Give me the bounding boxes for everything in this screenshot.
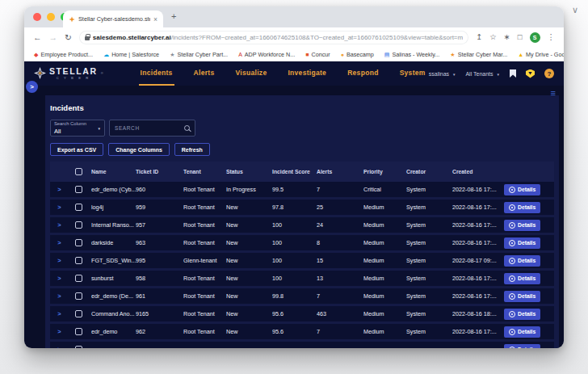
stellar-cyber-logo[interactable]: STELLAR C Y B E R ® xyxy=(34,67,103,80)
minimize-window-button[interactable] xyxy=(47,13,55,21)
row-expand-icon[interactable]: > xyxy=(57,257,61,264)
tenant-menu[interactable]: All Tenants ▼ xyxy=(465,71,500,77)
forward-button[interactable]: → xyxy=(49,33,58,42)
row-expand-icon[interactable]: > xyxy=(57,310,61,317)
row-checkbox[interactable] xyxy=(75,328,82,335)
nav-item[interactable]: Investigate xyxy=(286,61,328,86)
row-checkbox[interactable] xyxy=(75,257,82,264)
cell-priority: Medium xyxy=(363,204,406,211)
cell-creator: System xyxy=(406,239,452,246)
column-header: Creator xyxy=(406,169,452,174)
row-expand-icon[interactable]: > xyxy=(57,204,61,211)
search-field[interactable] xyxy=(109,120,195,137)
saved-views-bookmark-icon[interactable] xyxy=(510,69,516,78)
bookmark-item[interactable]: ★ Stellar Cyber Part... xyxy=(170,51,228,58)
profile-avatar[interactable]: S xyxy=(530,32,540,43)
address-bar[interactable]: salesdemo.stellarcyber.ai/incidents?FROM… xyxy=(79,31,468,44)
new-tab-button[interactable]: + xyxy=(171,12,176,21)
change-columns-button[interactable]: Change Columns xyxy=(108,143,170,156)
details-button[interactable]: Details xyxy=(504,309,540,320)
sidebar-expand-button[interactable]: > xyxy=(26,81,38,93)
row-expand-icon[interactable]: > xyxy=(57,292,61,300)
select-all-checkbox[interactable] xyxy=(75,168,82,175)
app-header: STELLAR C Y B E R ® Incidents Alerts Vis… xyxy=(24,61,564,86)
bookmark-item[interactable]: ▤ Salinas - Weekly... xyxy=(384,51,439,58)
refresh-button[interactable]: Refresh xyxy=(174,143,210,156)
row-expand-icon[interactable]: > xyxy=(57,221,61,229)
details-button[interactable]: Details xyxy=(504,326,540,338)
bookmarks-bar: ◆ Employee Product... ☁ Home | Salesforc… xyxy=(24,47,564,61)
row-expand-icon[interactable]: > xyxy=(57,239,61,246)
chevron-down-icon: ∨ xyxy=(572,5,578,15)
details-button[interactable]: Details xyxy=(504,255,540,267)
extensions-icon[interactable]: ∗ xyxy=(504,33,510,41)
export-csv-button[interactable]: Export as CSV xyxy=(50,143,103,156)
details-button[interactable]: Details xyxy=(504,291,540,302)
bookmark-item[interactable]: ☁ Home | Salesforce xyxy=(103,51,159,58)
toolbar-actions: ↥ ☆ ∗ □ S ⋮ xyxy=(476,32,555,43)
incidents-panel: Incidents Search Column All ▼ Export as … xyxy=(45,95,559,348)
tab-close-icon[interactable]: × xyxy=(153,15,158,23)
table-options-icon[interactable]: ≡ xyxy=(551,88,556,98)
cell-created: 2022-08-16 18:... xyxy=(452,310,499,317)
eye-icon xyxy=(509,347,515,349)
cell-created: 2022-08-16 17:... xyxy=(452,328,499,335)
cell-incident-score: 99.8 xyxy=(272,292,317,300)
details-button[interactable]: Details xyxy=(504,184,540,195)
details-button[interactable]: Details xyxy=(504,237,540,249)
cell-name: edr_demo xyxy=(91,328,136,335)
chevron-down-icon: ▼ xyxy=(98,127,101,131)
cell-tenant: Root Tenant xyxy=(183,292,226,300)
row-checkbox[interactable] xyxy=(75,239,82,246)
nav-item[interactable]: Visualize xyxy=(234,61,269,86)
nav-item[interactable]: Respond xyxy=(346,61,380,86)
nav-item[interactable]: Incidents xyxy=(139,61,174,86)
bookmark-item[interactable]: ▲ My Drive - Google... xyxy=(518,51,564,58)
bookmark-item[interactable]: ◆ Employee Product... xyxy=(34,51,93,58)
bookmark-favicon-icon: ▲ xyxy=(518,52,523,57)
bookmark-star-icon[interactable]: ☆ xyxy=(489,33,497,41)
row-expand-icon[interactable]: > xyxy=(57,328,61,335)
cell-ticket-id: 958 xyxy=(136,275,183,282)
close-window-button[interactable] xyxy=(33,13,41,21)
row-checkbox[interactable] xyxy=(75,310,82,317)
row-checkbox[interactable] xyxy=(75,275,82,282)
row-expand-icon[interactable]: > xyxy=(57,346,61,348)
reload-button[interactable]: ↻ xyxy=(65,33,72,42)
search-input[interactable] xyxy=(115,125,184,131)
eye-icon xyxy=(509,293,515,300)
bookmark-item[interactable]: ● Basecamp xyxy=(341,51,374,58)
cell-created: 2022-08-16 17:... xyxy=(452,292,499,300)
details-button[interactable]: Details xyxy=(504,202,540,213)
search-column-select[interactable]: Search Column All ▼ xyxy=(50,120,105,137)
cell-alerts: 13 xyxy=(317,275,363,282)
cell-created: 2022-08-16 17:... xyxy=(452,186,499,193)
row-checkbox[interactable] xyxy=(75,292,82,300)
row-checkbox[interactable] xyxy=(75,221,82,229)
search-column-label: Search Column xyxy=(54,122,101,127)
details-button[interactable]: Details xyxy=(504,273,540,284)
nav-item[interactable]: Alerts xyxy=(192,61,216,86)
bookmark-item[interactable]: ★ Stellar Cyber Mar... xyxy=(450,51,507,58)
user-menu[interactable]: ssalinas ▼ xyxy=(429,71,456,77)
browser-tab[interactable]: Stellar Cyber-salesdemo.stell × xyxy=(63,11,163,27)
back-button[interactable]: ← xyxy=(33,33,42,42)
details-button[interactable]: Details xyxy=(504,220,540,231)
browser-menu-icon[interactable]: ⋮ xyxy=(548,33,556,41)
lock-icon xyxy=(85,36,90,40)
column-header: Tenant xyxy=(183,169,226,174)
row-expand-icon[interactable]: > xyxy=(57,275,61,282)
bookmark-item[interactable]: ■ Concur xyxy=(305,51,330,58)
tab-panel-icon[interactable]: □ xyxy=(518,33,523,41)
help-icon[interactable]: ? xyxy=(544,69,554,78)
bookmark-item[interactable]: A ADP Workforce N... xyxy=(238,51,295,58)
row-checkbox[interactable] xyxy=(75,346,82,348)
nav-item[interactable]: System xyxy=(398,61,427,86)
cell-alerts: 24 xyxy=(317,221,363,229)
row-expand-icon[interactable]: > xyxy=(57,186,61,193)
row-checkbox[interactable] xyxy=(75,186,82,193)
details-button[interactable]: Details xyxy=(504,344,540,349)
share-icon[interactable]: ↥ xyxy=(476,33,482,41)
license-shield-icon[interactable] xyxy=(526,69,535,78)
row-checkbox[interactable] xyxy=(75,204,82,211)
